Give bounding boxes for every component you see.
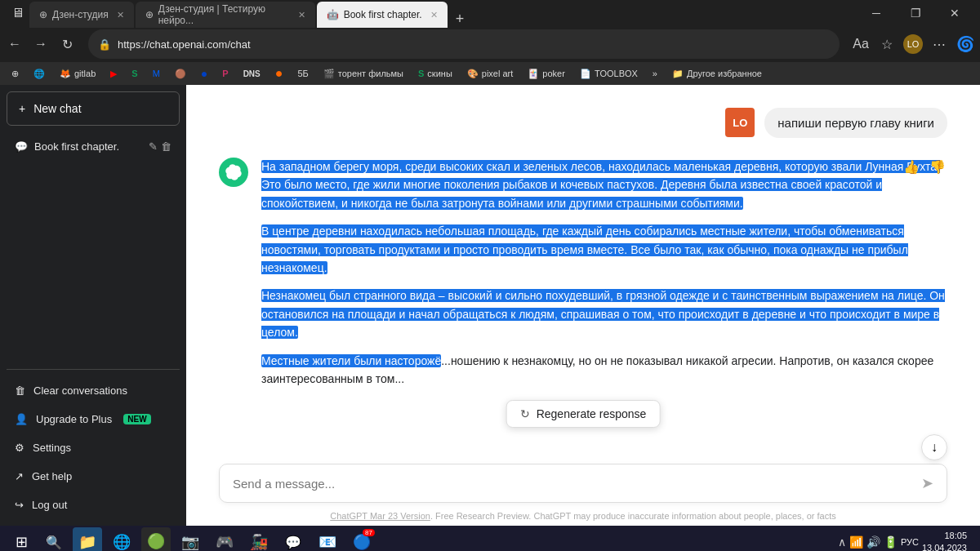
bookmark-movies[interactable]: 🎬торент фильмы bbox=[318, 67, 408, 81]
taskbar-app-mail[interactable]: 📧 bbox=[313, 527, 342, 551]
forward-button[interactable]: → bbox=[29, 33, 52, 56]
bookmark-folder[interactable]: 📁Другое избранное bbox=[667, 67, 767, 81]
tab-2-close[interactable]: ✕ bbox=[298, 10, 305, 20]
sidebar-bottom: 🗑 Clear conversations 👤 Upgrade to Plus … bbox=[7, 369, 180, 519]
taskbar-app-game[interactable]: 🎮 bbox=[210, 527, 239, 551]
address-bar[interactable]: 🔒 https://chat.openai.com/chat bbox=[88, 29, 840, 59]
clear-label: Clear conversations bbox=[33, 384, 127, 397]
title-bar: 🖥 ⊕ Дзен-студия ✕ ⊕ Дзен-студия | Тестир… bbox=[0, 0, 980, 26]
url-text: https://chat.openai.com/chat bbox=[118, 38, 830, 51]
bookmark-blue[interactable]: ● bbox=[196, 65, 212, 82]
new-tab-button[interactable]: + bbox=[449, 11, 471, 28]
reload-button[interactable]: ↻ bbox=[56, 33, 78, 56]
edit-chat-button[interactable]: ✎ bbox=[149, 140, 158, 153]
scroll-to-bottom-button[interactable]: ↓ bbox=[921, 434, 947, 460]
taskbar-app-edge[interactable]: 🌐 bbox=[107, 527, 136, 551]
bookmark-globe[interactable]: 🌐 bbox=[29, 67, 50, 81]
user-avatar: LO bbox=[725, 108, 755, 137]
thumbs-down-button[interactable]: 👎 bbox=[928, 158, 947, 176]
bookmark-orange[interactable]: ● bbox=[270, 64, 288, 82]
taskbar-app-chrome[interactable]: 🟢 bbox=[141, 527, 171, 551]
tab-3[interactable]: 🤖 Book first chapter. ✕ bbox=[317, 2, 448, 28]
footer-link[interactable]: ChatGPT Mar 23 Version bbox=[330, 511, 430, 521]
sidebar-item-logout[interactable]: ↪ Log out bbox=[7, 491, 180, 519]
taskbar-app-explorer[interactable]: 📁 bbox=[73, 527, 102, 551]
bookmark-s1[interactable]: S bbox=[127, 67, 142, 80]
bookmark-button[interactable]: ☆ bbox=[875, 33, 898, 56]
sidebar-item-upgrade[interactable]: 👤 Upgrade to Plus NEW bbox=[7, 405, 180, 433]
sidebar-item-help[interactable]: ↗ Get help bbox=[7, 462, 180, 491]
sidebar-item-clear[interactable]: 🗑 Clear conversations bbox=[7, 376, 180, 405]
bookmark-poker[interactable]: 🃏poker bbox=[523, 67, 570, 81]
user-bubble: напиши первую главу книги bbox=[764, 108, 947, 138]
chat-item-label: Book first chapter. bbox=[34, 140, 142, 153]
taskbar-app-steam[interactable]: 🚂 bbox=[244, 527, 274, 551]
new-chat-button[interactable]: + New chat bbox=[7, 91, 180, 126]
selected-paragraph-1: На западном берегу моря, среди высоких с… bbox=[261, 160, 940, 210]
ai-message-actions: 👍 👎 bbox=[902, 158, 947, 176]
bookmark-pixel[interactable]: 🎨pixel art bbox=[462, 67, 519, 81]
tab-3-label: Book first chapter. bbox=[344, 9, 422, 20]
back-button[interactable]: ← bbox=[3, 33, 26, 56]
chat-item-actions: ✎ 🗑 bbox=[149, 140, 172, 153]
bookmark-p[interactable]: P bbox=[217, 67, 233, 80]
bookmark-skins[interactable]: Sскины bbox=[413, 67, 457, 80]
profile-button[interactable]: LO bbox=[902, 33, 924, 56]
sidebar-item-settings[interactable]: ⚙ Settings bbox=[7, 433, 180, 462]
start-button[interactable]: ⊞ bbox=[7, 527, 36, 551]
bookmark-add[interactable]: ⊕ bbox=[7, 67, 24, 81]
close-button[interactable]: ✕ bbox=[936, 0, 973, 26]
tab-2[interactable]: ⊕ Дзен-студия | Тестирую нейро... ✕ bbox=[136, 2, 315, 28]
chat-area: LO напиши первую главу книги На западном… bbox=[186, 85, 980, 454]
bookmark-toolbox[interactable]: 📄TOOLBOX bbox=[575, 67, 643, 81]
ai-paragraph-1: На западном берегу моря, среди высоких с… bbox=[261, 158, 947, 212]
thumbs-up-button[interactable]: 👍 bbox=[902, 158, 921, 176]
bookmark-mailru[interactable]: M bbox=[148, 67, 165, 80]
tab-1-icon: ⊕ bbox=[39, 9, 47, 20]
taskbar-app-telegram[interactable]: 🔵 87 bbox=[347, 527, 376, 551]
help-label: Get help bbox=[32, 470, 72, 482]
bookmark-gitlab[interactable]: 🦊gitlab bbox=[55, 67, 100, 81]
taskbar-app-discord[interactable]: 💬 bbox=[278, 527, 308, 551]
maximize-button[interactable]: ❐ bbox=[897, 0, 934, 26]
taskbar-app-camera[interactable]: 📷 bbox=[176, 527, 205, 551]
main-content: LO напиши первую главу книги На западном… bbox=[186, 85, 980, 526]
bookmark-qiwi[interactable]: 🟤 bbox=[170, 67, 191, 81]
ai-paragraph-4: Местные жители были насторожё...ношению … bbox=[261, 352, 947, 389]
plus-icon: + bbox=[19, 102, 25, 115]
window-controls: ─ ❐ ✕ bbox=[858, 0, 973, 26]
input-area: ➤ bbox=[186, 454, 980, 508]
tab-1[interactable]: ⊕ Дзен-студия ✕ bbox=[29, 2, 134, 28]
network-icon[interactable]: 📶 bbox=[849, 535, 863, 549]
bookmarks-bar: ⊕ 🌐 🦊gitlab ▶ S M 🟤 ● P DNS ● 5Б 🎬торент… bbox=[0, 62, 980, 85]
volume-icon[interactable]: 🔊 bbox=[866, 535, 880, 549]
delete-chat-button[interactable]: 🗑 bbox=[161, 140, 172, 153]
taskbar-search-button[interactable]: 🔍 bbox=[39, 527, 69, 551]
regenerate-label: Regenerate response bbox=[537, 407, 647, 420]
tab-3-close[interactable]: ✕ bbox=[430, 10, 438, 20]
minimize-button[interactable]: ─ bbox=[858, 0, 895, 26]
chat-item-book[interactable]: 💬 Book first chapter. ✎ 🗑 bbox=[7, 132, 180, 161]
new-badge: NEW bbox=[123, 414, 150, 424]
menu-button[interactable]: ⋯ bbox=[928, 33, 951, 56]
tab-1-close[interactable]: ✕ bbox=[117, 10, 124, 20]
battery-icon[interactable]: 🔋 bbox=[884, 535, 898, 549]
help-icon: ↗ bbox=[15, 470, 24, 482]
ai-paragraph-3: Незнакомец был странного вида – высокий … bbox=[261, 287, 947, 341]
system-clock[interactable]: 18:05 13.04.2023 bbox=[922, 530, 967, 551]
extensions-button[interactable]: Аа bbox=[849, 33, 872, 56]
message-input[interactable] bbox=[233, 477, 913, 491]
regenerate-popup[interactable]: ↻ Regenerate response bbox=[506, 400, 661, 428]
send-button[interactable]: ➤ bbox=[921, 474, 933, 492]
bookmark-more[interactable]: » bbox=[648, 67, 662, 80]
regenerate-icon: ↻ bbox=[520, 407, 530, 420]
tab-bar: ⊕ Дзен-студия ✕ ⊕ Дзен-студия | Тестирую… bbox=[29, 0, 858, 28]
bookmark-dns[interactable]: DNS bbox=[238, 68, 265, 80]
ai-paragraph-2: В центре деревни находилась небольшая пл… bbox=[261, 222, 947, 277]
selected-paragraph-4: Местные жители были насторожё bbox=[261, 354, 441, 367]
bookmark-5b[interactable]: 5Б bbox=[292, 67, 313, 80]
chat-icon: 💬 bbox=[15, 140, 28, 153]
bookmark-youtube[interactable]: ▶ bbox=[105, 67, 122, 81]
tray-expand[interactable]: ∧ bbox=[838, 535, 846, 549]
language-indicator[interactable]: РУС bbox=[901, 537, 919, 547]
